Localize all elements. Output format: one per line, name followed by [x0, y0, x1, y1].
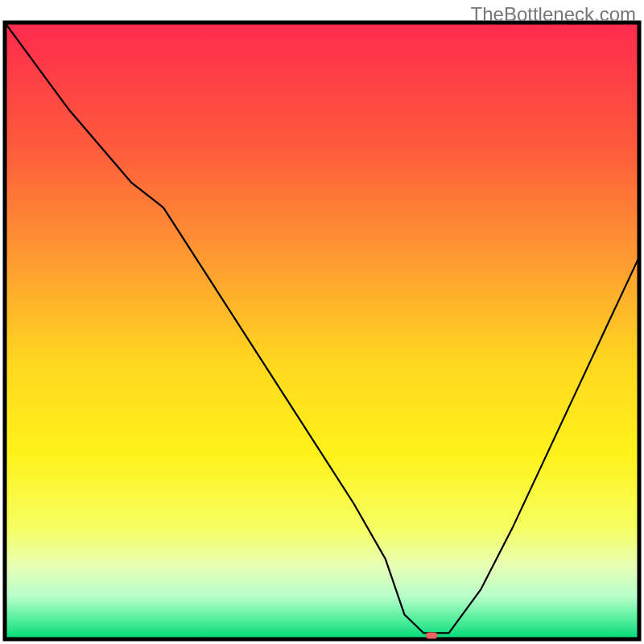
watermark-text: TheBottleneck.com: [471, 3, 636, 26]
bottleneck-chart: [0, 0, 644, 644]
chart-background: [5, 23, 639, 639]
optimal-marker: [426, 632, 437, 638]
chart-container: TheBottleneck.com: [0, 0, 644, 644]
